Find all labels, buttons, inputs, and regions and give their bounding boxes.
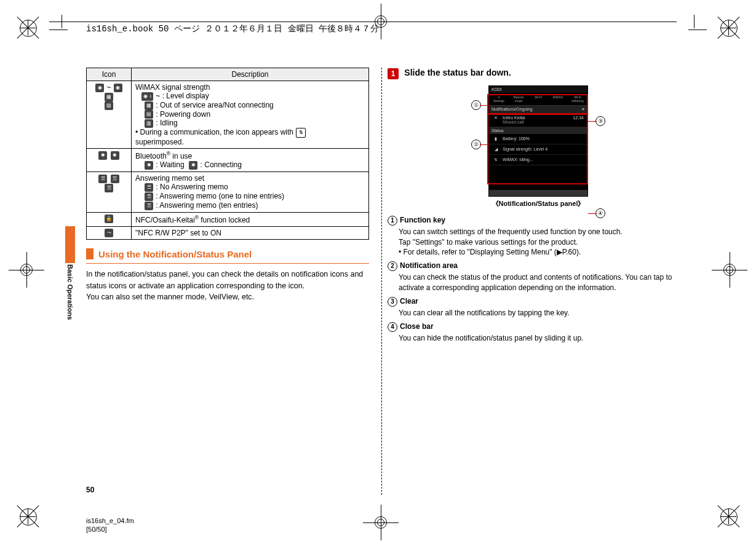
section-tab-label: Basic Operations bbox=[66, 264, 74, 320]
footer-line: is16sh_e_04.fm bbox=[86, 516, 134, 525]
section-heading: Using the Notification/Status Panel bbox=[98, 249, 369, 259]
desc-line: NFC/Osaifu-Keitai® function locked bbox=[132, 212, 369, 226]
section-body: In the notification/status panel, you ca… bbox=[86, 269, 369, 302]
wimax-icon: ▥ bbox=[145, 119, 153, 128]
close-bar bbox=[489, 190, 587, 196]
fkey-label: Wi-Fi bbox=[528, 95, 548, 99]
wimax-icon: ↯ bbox=[493, 157, 499, 162]
notif-section-title: Notifications/Ongoing bbox=[491, 107, 533, 112]
footer-filename: is16sh_e_04.fm [50/50] bbox=[86, 516, 134, 534]
missed-call-icon: ✕ bbox=[493, 116, 499, 124]
def-num: 4 bbox=[388, 322, 397, 332]
wimax-icon: ▤ bbox=[105, 101, 113, 110]
memo-icon: ☰ bbox=[105, 184, 113, 192]
table-head-desc: Description bbox=[132, 68, 369, 81]
memo-icon: ☰ bbox=[98, 175, 107, 183]
page-header: is16sh_e.book 50 ページ ２０１２年６月１日 金曜日 午後８時４… bbox=[86, 23, 379, 34]
table-row: ◉ ~ ◉▦▤ WiMAX signal strength ◉ ~ : Leve… bbox=[87, 81, 369, 149]
nfc-lock-icon: 🔒 bbox=[105, 215, 113, 223]
def-body: You can switch settings of the frequentl… bbox=[399, 227, 689, 258]
arrow-icon: ⇅ bbox=[296, 128, 306, 138]
table-head-icon: Icon bbox=[87, 68, 132, 81]
nfc-icon: ⤳ bbox=[105, 229, 113, 237]
notif-time: 12:34 bbox=[573, 116, 584, 124]
fkey-label: mode bbox=[509, 99, 528, 103]
def-body: You can hide the notification/status pan… bbox=[399, 333, 689, 344]
section-rule bbox=[86, 263, 369, 264]
bluetooth-icon: ✱ bbox=[111, 151, 119, 160]
def-title: Function key bbox=[400, 216, 445, 224]
status-wimax: WiMAX: Idling... bbox=[503, 157, 533, 162]
table-row: ⤳ "NFC R/W P2P" set to ON bbox=[87, 226, 369, 240]
bluetooth-icon: ✱ bbox=[98, 151, 107, 160]
figure-caption: 《Notification/Status panel》 bbox=[388, 199, 689, 208]
function-keys: ✈Settings Mannermode Wi-Fi WiMAX Wi-Fite… bbox=[489, 93, 587, 106]
desc-item: : No Answering memo bbox=[154, 183, 228, 191]
memo-icon: ☰ bbox=[145, 183, 153, 192]
def-title: Notification area bbox=[400, 261, 458, 270]
fkey-label: Settings bbox=[489, 99, 509, 103]
status-signal: Signal strength: Level 4 bbox=[503, 147, 547, 152]
section-tab bbox=[65, 226, 75, 263]
signal-icon: ◢ bbox=[493, 147, 499, 152]
desc-item: : Answering memo (ten entries) bbox=[154, 201, 258, 210]
step-title: Slide the status bar down. bbox=[404, 68, 511, 77]
def-body: You can clear all the notifications by t… bbox=[399, 308, 689, 318]
desc-line: "NFC R/W P2P" set to ON bbox=[132, 226, 369, 240]
desc-title: Answering memo set bbox=[135, 174, 365, 183]
page-number: 50 bbox=[86, 486, 94, 494]
notif-line: Missed call bbox=[503, 120, 524, 124]
desc-note: • During a communication, the icon appea… bbox=[135, 128, 295, 136]
wimax-icon: ▦ bbox=[145, 101, 153, 110]
def-title: Close bar bbox=[400, 322, 434, 331]
fkey-label: WiMAX bbox=[548, 95, 568, 99]
bluetooth-icon: ✱ bbox=[189, 161, 197, 170]
def-title: Clear bbox=[400, 297, 418, 306]
desc-item: ~ : Level display bbox=[154, 92, 209, 100]
desc-note: superimposed. bbox=[135, 138, 365, 146]
clear-button: ✕ bbox=[581, 107, 585, 112]
table-row: ✱ ✱ Bluetooth® in use ✱ : Waiting ✱ : Co… bbox=[87, 149, 369, 172]
desc-title: WiMAX signal strength bbox=[135, 83, 365, 92]
desc-title: Bluetooth® in use bbox=[135, 152, 192, 160]
wimax-icon: ◉ bbox=[95, 84, 104, 92]
footer-line: [50/50] bbox=[86, 525, 134, 534]
column-divider bbox=[381, 68, 382, 495]
wimax-icon: ◉ bbox=[114, 84, 122, 92]
def-num: 3 bbox=[388, 297, 397, 307]
callout-4: ④ bbox=[595, 208, 605, 218]
section-accent-bar bbox=[86, 248, 94, 259]
memo-icon: ☰ bbox=[145, 202, 153, 210]
desc-item: : Idling bbox=[154, 119, 178, 127]
battery-icon: ▮ bbox=[493, 136, 499, 141]
memo-icon: ☰ bbox=[111, 175, 119, 183]
desc-item: : Connecting bbox=[198, 160, 242, 169]
icon-description-table: Icon Description ◉ ~ ◉▦▤ WiMAX signal st… bbox=[86, 68, 369, 240]
desc-item: : Out of service area/Not connecting bbox=[154, 101, 274, 109]
desc-item: : Answering memo (one to nine entries) bbox=[154, 192, 284, 200]
callout-3: ③ bbox=[595, 116, 605, 126]
wimax-icon: ◉ bbox=[141, 92, 150, 101]
table-row: ☰ ☰☰ Answering memo set ☰ : No Answering… bbox=[87, 172, 369, 212]
def-num: 2 bbox=[388, 261, 397, 271]
table-row: 🔒 NFC/Osaifu-Keitai® function locked bbox=[87, 212, 369, 226]
bluetooth-icon: ✱ bbox=[145, 161, 153, 170]
desc-item: : Waiting bbox=[154, 160, 188, 169]
wimax-icon: ▤ bbox=[145, 110, 153, 119]
def-num: 1 bbox=[388, 216, 397, 226]
phone-topbar: KDDI bbox=[489, 86, 587, 93]
status-section-title: Status bbox=[491, 128, 504, 133]
step-number: 1 bbox=[388, 68, 399, 79]
wimax-icon: ▦ bbox=[105, 93, 113, 101]
def-body: You can check the status of the product … bbox=[399, 272, 689, 293]
desc-item: : Powering down bbox=[154, 110, 210, 119]
phone-screenshot: KDDI ✈Settings Mannermode Wi-Fi WiMAX Wi… bbox=[488, 85, 588, 197]
memo-icon: ☰ bbox=[145, 192, 153, 201]
notif-line: Ichiro Keitai bbox=[503, 116, 525, 120]
status-battery: Battery: 100% bbox=[503, 136, 530, 141]
fkey-label: tethering bbox=[568, 99, 587, 103]
